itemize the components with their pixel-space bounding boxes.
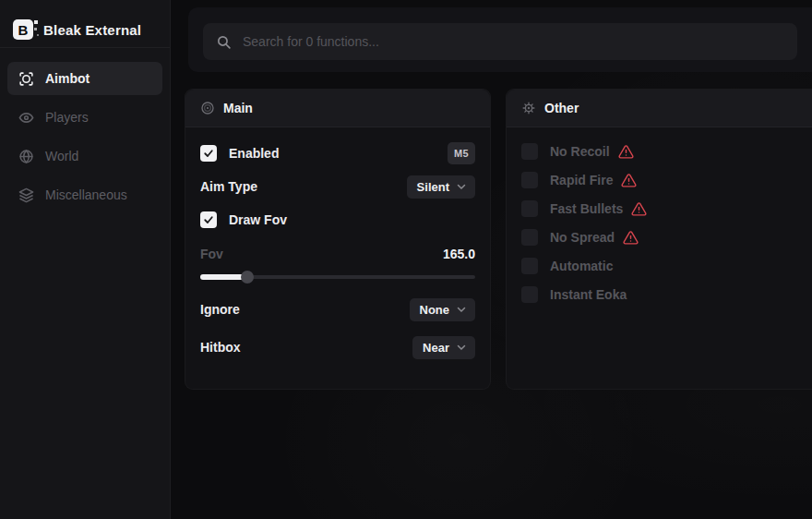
other-panel: Other No Recoil Rapid Fire: [506, 89, 812, 390]
main-panel-body: Enabled M5 Aim Type Silent: [185, 127, 490, 368]
warning-icon: [618, 144, 634, 160]
ignore-value: None: [420, 303, 450, 317]
content-area: Main Enabled M5 Aim Type Silent: [171, 0, 812, 519]
automatic-label: Automatic: [550, 259, 613, 273]
draw-fov-row: Draw Fov: [200, 207, 475, 233]
fov-row: Fov 165.0: [200, 244, 475, 264]
fov-value: 165.0: [443, 247, 475, 261]
chevron-down-icon: [456, 342, 467, 353]
enabled-keybind-badge[interactable]: M5: [448, 142, 475, 164]
aim-type-label: Aim Type: [200, 179, 257, 194]
search-icon: [216, 34, 232, 50]
disc-icon: [200, 101, 215, 115]
fov-slider[interactable]: [200, 271, 475, 284]
enabled-label: Enabled: [229, 146, 279, 161]
search-input[interactable]: [243, 34, 784, 49]
rapid-fire-label: Rapid Fire: [550, 173, 613, 187]
sidebar: B Bleak External Aimbot: [0, 0, 171, 519]
gear-icon: [521, 101, 536, 115]
instant-eoka-checkbox[interactable]: [521, 286, 538, 303]
sidebar-item-miscellaneous[interactable]: Miscellaneous: [7, 178, 162, 211]
no-spread-label: No Spread: [550, 230, 615, 245]
brand: B Bleak External: [0, 0, 170, 47]
main-panel-title: Main: [223, 101, 253, 115]
chevron-down-icon: [456, 304, 467, 315]
hitbox-row: Hitbox Near: [200, 334, 475, 360]
sidebar-nav: Aimbot Players: [0, 48, 170, 211]
app-logo-icon: B: [13, 19, 33, 40]
no-spread-row: No Spread: [521, 227, 811, 247]
checkmark-icon: [203, 214, 214, 225]
other-panel-body: No Recoil Rapid Fire Fast Bullets: [507, 127, 812, 313]
draw-fov-label: Draw Fov: [229, 212, 287, 227]
sidebar-item-label: Aimbot: [45, 71, 90, 86]
sidebar-item-aimbot[interactable]: Aimbot: [7, 62, 162, 95]
instant-eoka-row: Instant Eoka: [521, 284, 811, 305]
main-panel-header: Main: [185, 90, 490, 127]
hitbox-dropdown[interactable]: Near: [412, 336, 475, 359]
fov-label: Fov: [200, 247, 223, 261]
hitbox-label: Hitbox: [200, 340, 241, 355]
no-recoil-row: No Recoil: [521, 141, 811, 162]
app-title: Bleak External: [43, 22, 141, 38]
main-panel: Main Enabled M5 Aim Type Silent: [185, 89, 491, 390]
warning-icon: [623, 230, 639, 246]
hitbox-value: Near: [423, 341, 449, 355]
other-panel-title: Other: [544, 101, 579, 115]
crosshair-icon: [18, 71, 34, 87]
sidebar-item-players[interactable]: Players: [7, 101, 162, 134]
draw-fov-checkbox[interactable]: [200, 211, 217, 228]
fast-bullets-checkbox[interactable]: [521, 200, 538, 217]
fast-bullets-row: Fast Bullets: [521, 199, 811, 219]
rapid-fire-checkbox[interactable]: [521, 172, 538, 188]
ignore-row: Ignore None: [200, 296, 475, 322]
aim-type-row: Aim Type Silent: [200, 174, 475, 199]
aim-type-value: Silent: [417, 180, 449, 194]
automatic-row: Automatic: [521, 256, 811, 276]
automatic-checkbox[interactable]: [521, 258, 538, 274]
sidebar-item-label: World: [45, 149, 78, 163]
other-panel-header: Other: [507, 90, 812, 127]
sidebar-item-label: Miscellaneous: [45, 187, 127, 202]
aim-type-dropdown[interactable]: Silent: [407, 175, 475, 199]
warning-icon: [631, 201, 647, 217]
sidebar-item-world[interactable]: World: [7, 139, 162, 173]
instant-eoka-label: Instant Eoka: [550, 287, 627, 302]
layers-icon: [18, 187, 34, 203]
ignore-label: Ignore: [200, 302, 240, 317]
app-window: B Bleak External Aimbot: [0, 0, 812, 519]
no-recoil-checkbox[interactable]: [521, 143, 538, 160]
no-recoil-label: No Recoil: [550, 144, 610, 159]
search-bar-container: [188, 7, 812, 72]
fast-bullets-label: Fast Bullets: [550, 201, 623, 216]
enabled-row: Enabled M5: [200, 140, 475, 166]
chevron-down-icon: [456, 181, 467, 192]
globe-icon: [18, 149, 34, 164]
ignore-dropdown[interactable]: None: [410, 298, 476, 321]
no-spread-checkbox[interactable]: [521, 229, 538, 246]
sidebar-item-label: Players: [45, 110, 89, 125]
checkmark-icon: [203, 148, 214, 159]
fov-slider-thumb[interactable]: [241, 271, 254, 284]
rapid-fire-row: Rapid Fire: [521, 170, 811, 190]
warning-icon: [621, 173, 637, 188]
search-box[interactable]: [203, 23, 797, 60]
eye-icon: [18, 110, 34, 126]
enabled-checkbox[interactable]: [200, 145, 217, 162]
